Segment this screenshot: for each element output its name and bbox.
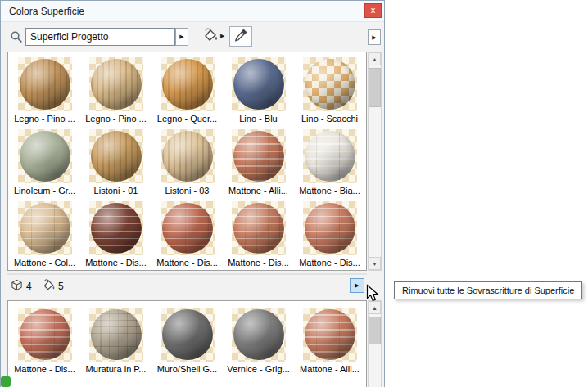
material-item[interactable]: Vernice - Grig... bbox=[223, 304, 294, 376]
remove-overrides-button[interactable]: ▶ bbox=[350, 278, 364, 293]
material-item[interactable]: Mattone - Dis... bbox=[223, 198, 294, 270]
material-label: Vernice - Grig... bbox=[227, 364, 289, 374]
material-label: Muratura in P... bbox=[86, 364, 147, 374]
material-label: Legno - Quer... bbox=[157, 114, 217, 124]
panel-options-button[interactable]: ▶ bbox=[368, 29, 381, 45]
material-thumbnail bbox=[232, 308, 286, 362]
material-label: Mattone - Alli... bbox=[228, 186, 288, 196]
search-input[interactable] bbox=[25, 28, 175, 46]
material-item[interactable]: Mattone - Alli... bbox=[223, 126, 294, 198]
material-sphere bbox=[20, 59, 70, 110]
close-button[interactable]: x bbox=[364, 3, 382, 18]
material-thumbnail bbox=[161, 308, 215, 362]
material-label: Listoni - 01 bbox=[94, 186, 138, 196]
material-label: Mattone - Dis... bbox=[85, 258, 147, 268]
material-item[interactable]: Listoni - 03 bbox=[152, 126, 223, 198]
material-thumbnail bbox=[232, 201, 286, 255]
material-thumbnail bbox=[18, 129, 72, 183]
material-thumbnail bbox=[303, 308, 357, 362]
material-sphere bbox=[233, 131, 284, 182]
material-label: Legno - Pino ... bbox=[14, 114, 75, 124]
material-label: Mattone - Dis... bbox=[14, 364, 75, 374]
material-sphere bbox=[91, 203, 142, 254]
tooltip: Rimuovi tutte le Sovrascritture di Super… bbox=[394, 281, 582, 299]
material-sphere bbox=[20, 203, 70, 254]
paint-bucket-icon[interactable] bbox=[202, 27, 219, 46]
surface-list-bottom: Mattone - Dis... Muratura in P... Muro/S… bbox=[7, 300, 367, 387]
material-sphere bbox=[91, 131, 142, 182]
material-label: Mattone - Alli... bbox=[300, 364, 360, 374]
material-sphere bbox=[305, 59, 355, 110]
scrollbar-bottom[interactable]: ▲ bbox=[368, 300, 382, 387]
bucket-dropdown-icon[interactable]: ▶ bbox=[220, 33, 224, 39]
material-thumbnail bbox=[303, 129, 357, 183]
material-thumbnail bbox=[89, 308, 143, 362]
tooltip-text: Rimuovi tutte le Sovrascritture di Super… bbox=[402, 286, 574, 295]
material-sphere bbox=[233, 203, 284, 254]
surface-grid-bottom: Mattone - Dis... Muratura in P... Muro/S… bbox=[9, 304, 365, 376]
arrow-down-icon: ▼ bbox=[372, 261, 378, 267]
material-thumbnail bbox=[161, 201, 215, 255]
eyedropper-icon bbox=[233, 28, 248, 45]
material-sphere bbox=[162, 59, 213, 110]
mouse-cursor bbox=[366, 284, 380, 306]
material-thumbnail bbox=[303, 201, 357, 255]
material-item[interactable]: Mattone - Alli... bbox=[294, 304, 365, 376]
material-item[interactable]: Mattone - Bia... bbox=[294, 126, 365, 198]
panel-splitter[interactable] bbox=[7, 273, 367, 275]
desktop-icon-fragment bbox=[1, 376, 11, 387]
material-item[interactable]: Mattone - Dis... bbox=[294, 198, 365, 270]
material-sphere bbox=[233, 309, 284, 360]
material-label: Lino - Scacchi bbox=[301, 114, 358, 124]
material-item[interactable]: Lino - Scacchi bbox=[294, 54, 365, 126]
material-item[interactable]: Legno - Pino ... bbox=[9, 54, 80, 126]
material-item[interactable]: Linoleum - Gr... bbox=[9, 126, 80, 198]
material-item[interactable]: Lino - Blu bbox=[223, 54, 294, 126]
material-label: Legno - Pino ... bbox=[85, 114, 147, 124]
material-thumbnail bbox=[18, 308, 72, 362]
scrollbar-thumb[interactable] bbox=[369, 317, 381, 344]
material-thumbnail bbox=[161, 57, 215, 111]
material-item[interactable]: Mattone - Dis... bbox=[9, 304, 80, 376]
surface-list-top: Legno - Pino ... Legno - Pino ... Legno … bbox=[7, 52, 367, 271]
scroll-up-button[interactable]: ▲ bbox=[369, 52, 381, 65]
scrollbar-thumb[interactable] bbox=[369, 68, 381, 107]
material-label: Listoni - 03 bbox=[165, 186, 210, 196]
material-item[interactable]: Listoni - 01 bbox=[80, 126, 152, 198]
material-item[interactable]: Mattone - Col... bbox=[9, 198, 80, 270]
scroll-down-button[interactable]: ▼ bbox=[369, 257, 381, 270]
material-label: Mattone - Col... bbox=[14, 258, 75, 268]
paint-surface-dialog: Colora Superficie x ▶ ▶ ▶ bbox=[0, 0, 385, 387]
material-thumbnail bbox=[303, 57, 357, 111]
material-item[interactable]: Legno - Quer... bbox=[152, 54, 223, 126]
material-sphere bbox=[20, 131, 70, 182]
cube-icon bbox=[11, 279, 23, 294]
chevron-right-icon: ▶ bbox=[179, 34, 183, 40]
material-sphere bbox=[91, 309, 142, 360]
material-thumbnail bbox=[89, 129, 143, 183]
material-label: Linoleum - Gr... bbox=[14, 186, 75, 196]
override-count: 5 bbox=[58, 281, 64, 292]
paint-bucket-icon bbox=[42, 278, 56, 295]
material-sphere bbox=[162, 309, 213, 360]
material-item[interactable]: Mattone - Dis... bbox=[80, 198, 152, 270]
material-thumbnail bbox=[232, 129, 286, 183]
material-sphere bbox=[305, 203, 355, 254]
material-item[interactable]: Muratura in P... bbox=[80, 304, 152, 376]
material-item[interactable]: Mattone - Dis... bbox=[152, 198, 223, 270]
material-thumbnail bbox=[89, 57, 143, 111]
material-item[interactable]: Muro/Shell G... bbox=[152, 304, 223, 376]
material-sphere bbox=[305, 309, 355, 360]
titlebar[interactable]: Colora Superficie x bbox=[1, 1, 384, 22]
material-label: Mattone - Dis... bbox=[228, 258, 289, 268]
scrollbar-top[interactable]: ▲ ▼ bbox=[368, 52, 382, 271]
eyedropper-button[interactable] bbox=[229, 26, 252, 47]
material-label: Mattone - Dis... bbox=[299, 258, 360, 268]
search-icon bbox=[10, 30, 23, 46]
dialog-title: Colora Superficie bbox=[9, 6, 84, 17]
material-thumbnail bbox=[89, 201, 143, 255]
chevron-right-icon: ▶ bbox=[355, 282, 359, 289]
material-item[interactable]: Legno - Pino ... bbox=[80, 54, 152, 126]
material-label: Mattone - Dis... bbox=[156, 258, 218, 268]
search-dropdown-button[interactable]: ▶ bbox=[175, 28, 188, 46]
